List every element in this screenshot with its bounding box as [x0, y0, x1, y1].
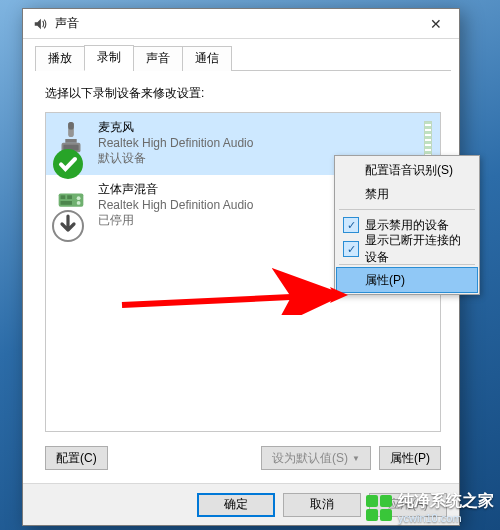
- svg-rect-11: [61, 201, 72, 205]
- titlebar: 声音 ✕: [23, 9, 459, 39]
- svg-rect-1: [68, 122, 74, 130]
- tab-sounds[interactable]: 声音: [133, 46, 183, 71]
- soundcard-icon: [54, 181, 88, 221]
- panel-bottom-buttons: 配置(C) 设为默认值(S) ▼ 属性(P): [45, 446, 441, 470]
- cm-label: 显示禁用的设备: [365, 217, 449, 234]
- microphone-icon: [54, 119, 88, 159]
- cm-item-properties[interactable]: 属性(P): [337, 268, 477, 292]
- cm-item-disable[interactable]: 禁用: [337, 182, 477, 206]
- check-icon: ✓: [343, 217, 359, 233]
- cm-item-show-disconnected[interactable]: ✓ 显示已断开连接的设备: [337, 237, 477, 261]
- cancel-button[interactable]: 取消: [283, 493, 361, 517]
- disabled-arrow-icon: [52, 207, 68, 223]
- svg-rect-2: [65, 139, 76, 143]
- svg-point-9: [77, 196, 81, 200]
- svg-rect-8: [67, 195, 72, 199]
- device-name: 麦克风: [98, 119, 414, 136]
- watermark-logo-icon: [366, 495, 392, 521]
- tab-playback[interactable]: 播放: [35, 46, 85, 71]
- watermark-text: 纯净系统之家: [398, 492, 494, 509]
- window-title: 声音: [55, 15, 79, 32]
- chevron-down-icon: ▼: [352, 454, 360, 463]
- set-default-button[interactable]: 设为默认值(S) ▼: [261, 446, 371, 470]
- watermark: 纯净系统之家 ycwin10.com: [366, 491, 494, 524]
- properties-button[interactable]: 属性(P): [379, 446, 441, 470]
- svg-rect-7: [61, 195, 66, 199]
- close-icon: ✕: [430, 16, 442, 32]
- context-menu-separator: [339, 209, 475, 210]
- instruction-text: 选择以下录制设备来修改设置:: [45, 85, 441, 102]
- ok-button[interactable]: 确定: [197, 493, 275, 517]
- configure-button[interactable]: 配置(C): [45, 446, 108, 470]
- svg-point-10: [77, 201, 81, 205]
- context-menu: 配置语音识别(S) 禁用 ✓ 显示禁用的设备 ✓ 显示已断开连接的设备 属性(P…: [334, 155, 480, 295]
- tab-communications[interactable]: 通信: [182, 46, 232, 71]
- tab-recording[interactable]: 录制: [84, 45, 134, 71]
- cm-label: 显示已断开连接的设备: [365, 232, 469, 266]
- close-button[interactable]: ✕: [413, 9, 459, 39]
- watermark-url: ycwin10.com: [398, 512, 494, 524]
- device-driver: Realtek High Definition Audio: [98, 136, 414, 150]
- sound-icon: [33, 17, 47, 31]
- tab-strip: 播放 录制 声音 通信: [35, 47, 451, 71]
- set-default-label: 设为默认值(S): [272, 450, 348, 467]
- cm-item-configure-speech[interactable]: 配置语音识别(S): [337, 158, 477, 182]
- check-icon: ✓: [343, 241, 359, 257]
- default-check-icon: [52, 145, 68, 161]
